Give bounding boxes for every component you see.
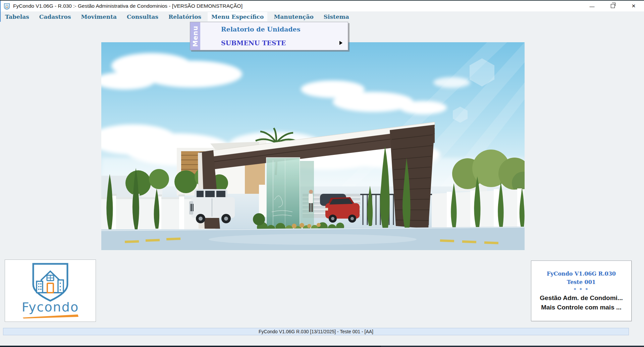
menu-cadastros[interactable]: Cadastros [36,12,75,21]
dropdown-item-relatorio-de-unidades[interactable]: Relatorio de Unidades [200,22,348,36]
app-logo-icon [3,3,10,10]
dropdown-side-banner: Menu [190,22,200,50]
minimize-icon: — [590,3,595,9]
about-panel: FyCondo V1.06G R.030 Teste 001 * * * Ges… [531,261,632,321]
window-controls: — ✕ [582,1,644,11]
menu-movimenta[interactable]: Movimenta [77,12,121,21]
submenu-arrow-icon [339,41,342,45]
condominium-photo [101,42,525,250]
fycondo-shield-icon [29,263,72,302]
window-title: FyCondo V1.06G - R.030 :- Gestão Adminis… [13,3,243,9]
bottom-edge-strip-segment [381,346,644,347]
restore-button[interactable] [602,1,623,11]
title-bar: FyCondo V1.06G - R.030 :- Gestão Adminis… [0,1,644,11]
fycondo-logo-panel: Fycondo [5,259,96,322]
menu-bar: Tabelas Cadastros Movimenta Consultas Re… [0,11,644,22]
menu-relatorios[interactable]: Relatórios [165,12,205,21]
bottom-edge-strip [0,346,644,347]
about-separator: * * * [574,287,589,292]
app-window: FyCondo V1.06G - R.030 :- Gestão Adminis… [0,0,644,347]
status-bar: FyCondo V1.06G R.030 [13/11/2025] - Test… [3,328,629,335]
about-client: Teste 001 [567,279,596,285]
close-icon: ✕ [632,3,636,9]
fycondo-wordmark: Fycondo [22,301,79,313]
about-tagline-1: Gestão Adm. de Condomi... [540,294,623,302]
menu-menu-especifico[interactable]: Menu Específico [208,12,267,21]
status-text: FyCondo V1.06G R.030 [13/11/2025] - Test… [259,329,373,334]
dropdown-side-banner-label: Menu [192,25,199,47]
close-button[interactable]: ✕ [623,1,644,11]
logo-swoosh [20,313,80,319]
about-version: FyCondo V1.06G R.030 [547,271,616,277]
menu-tabelas[interactable]: Tabelas [1,12,33,21]
restore-icon [611,4,615,8]
menu-sistema[interactable]: Sistema [320,12,353,21]
minimize-button[interactable]: — [582,1,602,11]
menu-manutencao[interactable]: Manutenção [270,12,317,21]
about-tagline-2: Mais Controle com mais ... [541,304,622,311]
menu-especifico-dropdown: Menu Relatorio de Unidades SUBMENU TESTE [190,22,348,50]
dropdown-item-submenu-teste-label: SUBMENU TESTE [221,39,286,47]
dropdown-item-submenu-teste[interactable]: SUBMENU TESTE [200,36,348,50]
dropdown-item-list: Relatorio de Unidades SUBMENU TESTE [200,22,348,50]
menu-consultas[interactable]: Consultas [123,12,162,21]
